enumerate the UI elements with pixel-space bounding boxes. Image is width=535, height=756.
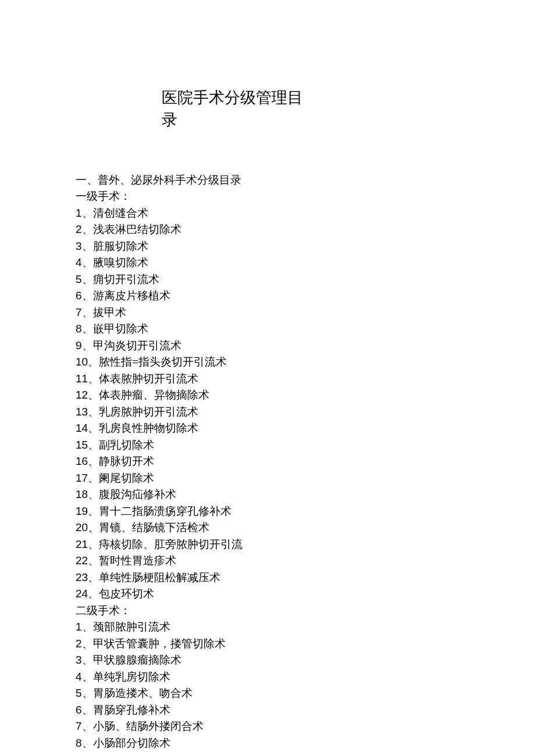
list-item: 24、包皮环切术 bbox=[76, 586, 459, 603]
item-text: 、胃十二指肠溃疡穿孔修补术 bbox=[88, 505, 231, 517]
item-number: 23 bbox=[76, 571, 88, 583]
list-item: 5、胃肠造搂术、吻合术 bbox=[76, 685, 459, 702]
item-number: 6 bbox=[76, 289, 82, 302]
list-item: 13、乳房脓肿切开引流术 bbox=[76, 404, 459, 421]
list-item: 4、腋嗅切除术 bbox=[76, 255, 459, 271]
title-line-2: 录 bbox=[162, 111, 177, 128]
list-item: 5、痈切开引流术 bbox=[76, 271, 459, 288]
list-item: 15、副乳切除术 bbox=[76, 437, 459, 454]
item-number: 15 bbox=[76, 439, 88, 451]
item-number: 7 bbox=[76, 306, 82, 318]
list-item: 10、脓性指=指头炎切开引流术 bbox=[76, 354, 459, 371]
item-number: 11 bbox=[76, 372, 88, 385]
item-number: 17 bbox=[76, 472, 88, 484]
item-text: 、副乳切除术 bbox=[88, 439, 154, 451]
item-number: 14 bbox=[76, 422, 88, 434]
level1-list: 1、清创缝合术2、浅表淋巴结切除术3、脏服切除术4、腋嗅切除术5、痈切开引流术6… bbox=[76, 205, 459, 603]
item-number: 4 bbox=[76, 256, 82, 268]
item-text: 、胃镜、结肠镜下活检术 bbox=[88, 521, 209, 533]
item-text: 、腋嗅切除术 bbox=[82, 256, 148, 268]
list-item: 14、乳房良性肿物切除术 bbox=[76, 420, 459, 437]
item-number: 3 bbox=[76, 654, 82, 666]
level1-heading: 一级手术： bbox=[76, 188, 459, 205]
item-text: 、体表肿瘤、异物摘除术 bbox=[88, 389, 209, 401]
list-item: 12、体表肿瘤、异物摘除术 bbox=[76, 387, 459, 404]
list-item: 2、甲状舌管囊肿，搂管切除术 bbox=[76, 636, 459, 653]
item-text: 、甲状腺腺瘤摘除术 bbox=[82, 654, 181, 666]
list-item: 7、小肠、结肠外搂闭合术 bbox=[76, 718, 459, 735]
item-text: 、浅表淋巴结切除术 bbox=[82, 223, 181, 235]
item-number: 18 bbox=[76, 488, 88, 500]
title-line-1: 医院手术分级管理目 bbox=[162, 89, 303, 106]
document-title: 医院手术分级管理目 录 bbox=[162, 87, 336, 131]
level2-heading: 二级手术： bbox=[76, 603, 459, 619]
list-item: 6、游离皮片移植术 bbox=[76, 288, 459, 304]
item-number: 9 bbox=[76, 339, 82, 352]
item-number: 5 bbox=[76, 687, 82, 699]
item-number: 13 bbox=[76, 406, 88, 418]
item-text: 、痈切开引流术 bbox=[82, 273, 159, 285]
item-number: 22 bbox=[76, 554, 88, 567]
item-number: 8 bbox=[76, 323, 82, 335]
item-text: 、颈部脓肿引流术 bbox=[82, 621, 170, 633]
item-number: 10 bbox=[76, 356, 88, 368]
item-number: 1 bbox=[76, 621, 82, 633]
item-text: 、暂时性胃造疹术 bbox=[88, 554, 176, 567]
item-number: 3 bbox=[76, 240, 82, 252]
item-number: 21 bbox=[76, 538, 88, 550]
document-page: 医院手术分级管理目 录 一、普外、泌尿外科手术分级目录 一级手术： 1、清创缝合… bbox=[0, 0, 535, 756]
item-text: 、小肠部分切除术 bbox=[82, 737, 170, 749]
item-text: 、嵌甲切除术 bbox=[82, 323, 148, 335]
list-item: 8、小肠部分切除术 bbox=[76, 735, 459, 752]
item-text: 、单纯乳房切除术 bbox=[82, 671, 170, 683]
item-number: 5 bbox=[76, 273, 82, 285]
item-text: 、甲沟炎切开引流术 bbox=[82, 339, 181, 352]
list-item: 20、胃镜、结肠镜下活检术 bbox=[76, 519, 459, 536]
list-item: 7、拔甲术 bbox=[76, 304, 459, 321]
list-item: 19、胃十二指肠溃疡穿孔修补术 bbox=[76, 503, 459, 520]
item-text: 、拔甲术 bbox=[82, 306, 126, 318]
item-number: 7 bbox=[76, 720, 82, 732]
item-number: 8 bbox=[76, 737, 82, 749]
item-text: 、胃肠穿孔修补术 bbox=[82, 704, 170, 716]
item-text: 、游离皮片移植术 bbox=[82, 289, 170, 302]
list-item: 2、浅表淋巴结切除术 bbox=[76, 221, 459, 238]
list-item: 3、甲状腺腺瘤摘除术 bbox=[76, 652, 459, 669]
list-item: 22、暂时性胃造疹术 bbox=[76, 553, 459, 569]
item-text: 、乳房脓肿切开引流术 bbox=[88, 406, 198, 418]
list-item: 6、胃肠穿孔修补术 bbox=[76, 702, 459, 719]
item-text: 、静脉切开术 bbox=[88, 455, 154, 467]
item-number: 1 bbox=[76, 207, 82, 219]
list-item: 1、颈部脓肿引流术 bbox=[76, 619, 459, 636]
item-text: 、胃肠造搂术、吻合术 bbox=[82, 687, 192, 699]
item-text: 、小肠、结肠外搂闭合术 bbox=[82, 720, 204, 732]
section-heading: 一、普外、泌尿外科手术分级目录 bbox=[76, 172, 459, 189]
item-text: 、阑尾切除术 bbox=[88, 472, 154, 484]
list-item: 17、阑尾切除术 bbox=[76, 470, 459, 487]
item-number: 6 bbox=[76, 704, 82, 716]
item-text: 、腹股沟疝修补术 bbox=[88, 488, 176, 500]
list-item: 11、体表脓肿切开引流术 bbox=[76, 371, 459, 388]
item-text: 、单纯性肠梗阻松解减压术 bbox=[88, 571, 220, 583]
item-text: 、乳房良性肿物切除术 bbox=[88, 422, 198, 434]
list-item: 8、嵌甲切除术 bbox=[76, 321, 459, 338]
list-item: 16、静脉切开术 bbox=[76, 453, 459, 470]
item-text: 、包皮环切术 bbox=[88, 587, 154, 600]
item-text: 、甲状舌管囊肿，搂管切除术 bbox=[82, 637, 226, 650]
item-text: 、脏服切除术 bbox=[82, 240, 148, 252]
item-number: 19 bbox=[76, 505, 88, 517]
item-text: 、体表脓肿切开引流术 bbox=[88, 372, 198, 385]
list-item: 18、腹股沟疝修补术 bbox=[76, 486, 459, 503]
item-number: 2 bbox=[76, 637, 82, 650]
item-number: 2 bbox=[76, 223, 82, 235]
list-item: 23、单纯性肠梗阻松解减压术 bbox=[76, 569, 459, 586]
item-number: 16 bbox=[76, 455, 88, 467]
list-item: 9、甲沟炎切开引流术 bbox=[76, 338, 459, 354]
level2-list: 1、颈部脓肿引流术2、甲状舌管囊肿，搂管切除术3、甲状腺腺瘤摘除术4、单纯乳房切… bbox=[76, 619, 459, 751]
item-text: 、清创缝合术 bbox=[82, 207, 148, 219]
item-number: 20 bbox=[76, 521, 88, 533]
item-number: 12 bbox=[76, 389, 88, 401]
item-text: 、痔核切除、肛旁脓肿切开引流 bbox=[88, 538, 242, 550]
item-text: 、脓性指=指头炎切开引流术 bbox=[88, 356, 227, 368]
list-item: 3、脏服切除术 bbox=[76, 238, 459, 255]
